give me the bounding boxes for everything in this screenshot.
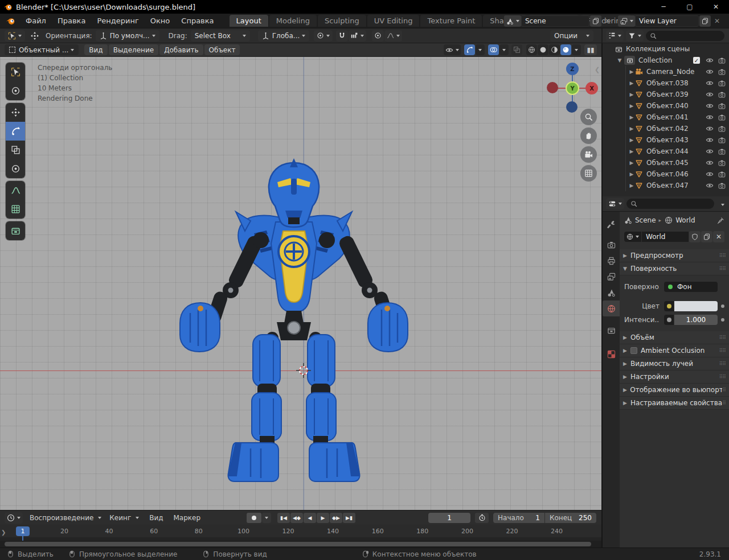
outliner-object-row[interactable]: ▶ Camera_Node [626, 66, 729, 77]
workspace-tab-texture-paint[interactable]: Texture Paint [420, 15, 482, 27]
collapse-arrow-icon[interactable]: ▼ [616, 57, 623, 63]
scene-unlink-button[interactable]: ✕ [602, 15, 613, 27]
close-button[interactable]: ✕ [703, 0, 729, 14]
drag-handle-icon[interactable]: ⠿⠿ [719, 335, 726, 340]
next-keyframe-button[interactable]: ◆▶ [330, 513, 342, 523]
view-layer-remove-button[interactable]: ✕ [711, 15, 723, 27]
ambient-occlusion-checkbox[interactable] [630, 347, 637, 354]
workspace-tab-sculpting[interactable]: Sculpting [318, 15, 366, 27]
breadcrumb-scene[interactable]: Scene [635, 216, 656, 224]
maximize-button[interactable]: ▢ [677, 0, 703, 14]
snap-toggle[interactable] [336, 30, 348, 42]
outliner-search-input[interactable] [646, 31, 724, 41]
playback-menu[interactable]: Воспроизведение [30, 514, 93, 522]
previous-keyframe-button[interactable]: ◀◆ [290, 513, 303, 523]
navigation-gizmo[interactable]: Z X Y [547, 63, 598, 114]
strength-socket-icon[interactable] [664, 315, 674, 325]
proportional-falloff-dropdown[interactable] [384, 30, 402, 42]
gizmo-dropdown[interactable] [476, 44, 485, 55]
expand-arrow-icon[interactable]: ▶ [628, 114, 635, 120]
pin-icon[interactable] [717, 217, 724, 224]
hide-eye-icon[interactable] [706, 125, 714, 133]
drag-dropdown[interactable]: Select Box [191, 30, 250, 42]
show-overlays-toggle[interactable] [488, 44, 499, 55]
color-swatch[interactable] [674, 301, 718, 311]
copy-datablock-button[interactable] [701, 231, 712, 242]
zoom-view-button[interactable] [580, 109, 597, 125]
view-menu-timeline[interactable]: Вид [149, 514, 163, 522]
annotate-tool[interactable] [6, 181, 25, 200]
expand-arrow-icon[interactable]: ▶ [628, 160, 635, 166]
robot-model[interactable] [0, 43, 601, 510]
playhead[interactable]: 1 [16, 526, 30, 536]
proportional-editing-toggle[interactable] [372, 30, 384, 42]
expand-arrow-icon[interactable]: ▶ [628, 103, 635, 109]
overlays-dropdown[interactable] [499, 44, 509, 55]
shading-rendered-button[interactable] [560, 44, 571, 55]
tab-view-layer[interactable] [603, 269, 620, 285]
select-menu[interactable]: Выделение [109, 44, 158, 55]
horizontal-scrollbar[interactable] [0, 541, 601, 547]
gizmo-y-axis[interactable]: Y [566, 81, 579, 95]
outliner-object-row[interactable]: ▶ Объект.046 [626, 168, 729, 180]
workspace-tab-modeling[interactable]: Modeling [269, 15, 317, 27]
pause-render-button[interactable]: ▮▮ [584, 44, 597, 55]
orientation-dropdown[interactable]: По умолч... [96, 30, 159, 42]
frame-start-field[interactable]: Начало1 [493, 513, 544, 523]
expand-arrow-icon[interactable]: ▶ [628, 126, 635, 131]
expand-arrow-icon[interactable]: ▶ [628, 183, 635, 188]
render-visibility-icon[interactable] [718, 125, 726, 133]
strength-value-field[interactable]: 1.000 [674, 315, 718, 325]
properties-options-dropdown[interactable] [714, 200, 729, 208]
outliner-object-row[interactable]: ▶ Объект.039 [626, 89, 729, 100]
outliner-object-row[interactable]: ▶ Объект.041 [626, 112, 729, 123]
jump-to-start-button[interactable]: ▮◀ [277, 513, 290, 523]
xray-toggle[interactable] [511, 44, 522, 55]
hide-eye-icon[interactable] [706, 56, 714, 64]
auto-keying-record-button[interactable] [247, 513, 261, 523]
outliner-object-row[interactable]: ▶ Объект.040 [626, 100, 729, 112]
tab-world[interactable] [603, 300, 620, 316]
hide-eye-icon[interactable] [706, 136, 714, 144]
collection-checkbox[interactable]: ✓ [693, 57, 700, 64]
interaction-mode-dropdown[interactable]: Объектный ... [5, 44, 79, 55]
panel-viewport-display[interactable]: ▶Отображение во вьюпорте⠿ [620, 384, 729, 397]
outliner-object-row[interactable]: ▶ Объект.043 [626, 134, 729, 146]
move-tool[interactable] [6, 103, 25, 122]
tab-tool[interactable] [603, 216, 620, 232]
measure-tool[interactable] [6, 200, 25, 219]
hide-eye-icon[interactable] [706, 113, 714, 121]
timeline-editor-type-dropdown[interactable] [5, 512, 23, 524]
hide-eye-icon[interactable] [706, 79, 714, 87]
expand-arrow-icon[interactable]: ▶ [628, 137, 635, 143]
view-layer-browse-button[interactable] [618, 15, 635, 27]
blender-menu-icon[interactable] [6, 16, 15, 26]
scale-tool[interactable] [6, 141, 25, 159]
gizmo-z-neg-axis[interactable] [566, 101, 578, 113]
outliner-object-row[interactable]: ▶ Объект.042 [626, 123, 729, 134]
outliner-filter-dropdown[interactable] [626, 30, 644, 42]
outliner-object-row[interactable]: ▶ Объект.047 [626, 180, 729, 191]
auto-keying-dropdown[interactable] [262, 513, 271, 523]
menu-render[interactable]: Рендеринг [91, 17, 144, 25]
hide-eye-icon[interactable] [706, 102, 714, 110]
play-reverse-button[interactable]: ◀ [304, 513, 316, 523]
select-box-tool[interactable] [6, 63, 25, 81]
render-visibility-icon[interactable] [718, 159, 726, 167]
workspace-tab-layout[interactable]: Layout [230, 15, 268, 27]
shading-material-button[interactable] [549, 44, 560, 55]
shading-solid-button[interactable] [538, 44, 548, 55]
drag-handle-icon[interactable]: ⠿⠿ [719, 361, 726, 367]
expand-arrow-icon[interactable]: ▶ [628, 69, 635, 75]
hide-eye-icon[interactable] [706, 182, 714, 190]
drag-handle-icon[interactable]: ⠿ [722, 400, 726, 406]
world-browse-button[interactable] [624, 232, 641, 242]
pivot-point-dropdown[interactable] [314, 30, 333, 42]
panel-custom-properties[interactable]: ▶Настраиваемые свойства⠿ [620, 397, 729, 410]
color-socket-icon[interactable] [664, 301, 674, 311]
hide-eye-icon[interactable] [706, 159, 714, 167]
view-layer-name-field[interactable]: View Layer [635, 15, 699, 27]
outliner-display-mode-dropdown[interactable] [606, 30, 624, 42]
hide-eye-icon[interactable] [706, 68, 714, 76]
marker-menu[interactable]: Маркер [174, 514, 201, 522]
